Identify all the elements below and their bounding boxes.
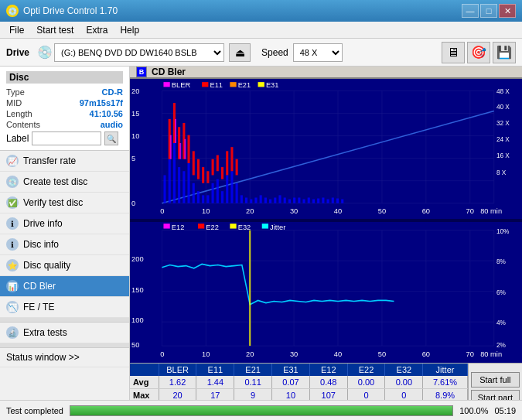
svg-text:48 X: 48 X	[496, 88, 510, 95]
svg-rect-47	[312, 200, 315, 203]
sidebar-item-fe-te[interactable]: 📉 FE / TE	[0, 297, 129, 318]
svg-rect-69	[170, 135, 172, 159]
stats-table: BLER E11 E21 E31 E12 E22 E32 Jitter Avg …	[130, 364, 468, 400]
progress-label: 100.0%	[459, 406, 488, 415]
svg-text:6%: 6%	[496, 289, 506, 296]
sidebar-item-drive-info[interactable]: ℹ Drive info	[0, 213, 129, 234]
svg-text:8 X: 8 X	[496, 169, 507, 176]
stats-container: BLER E11 E21 E31 E12 E22 E32 Jitter Avg …	[130, 364, 522, 400]
svg-rect-34	[250, 200, 252, 203]
menu-help[interactable]: Help	[114, 23, 145, 37]
svg-rect-130	[163, 224, 169, 229]
toolbar-btn-2[interactable]: 🎯	[467, 42, 490, 63]
svg-rect-66	[226, 151, 228, 175]
chart-title-bar: B CD Bler	[130, 67, 522, 79]
maximize-button[interactable]: □	[480, 4, 497, 18]
sidebar-item-disc-info[interactable]: ℹ Disc info	[0, 234, 129, 255]
label-button[interactable]: 🔍	[104, 131, 118, 145]
minimize-button[interactable]: —	[462, 4, 479, 18]
svg-rect-58	[187, 135, 189, 163]
avg-e32: 0.00	[385, 376, 423, 388]
svg-rect-24	[202, 195, 204, 203]
sidebar-item-transfer-rate[interactable]: 📈 Transfer rate	[0, 151, 129, 172]
sidebar-label-verify-test-disc: Verify test disc	[23, 197, 83, 208]
top-chart: 20 15 10 5 0 48 X 40 X 32 X 24 X 16 X 8 …	[130, 79, 522, 219]
menu-start-test[interactable]: Start test	[30, 23, 80, 37]
sidebar-item-disc-quality[interactable]: ⭐ Disc quality	[0, 255, 129, 276]
drive-eject-button[interactable]: ⏏	[229, 43, 251, 62]
sidebar-label-cd-bler: CD Bler	[23, 281, 56, 292]
label-input[interactable]	[32, 131, 101, 145]
header-e22: E22	[348, 364, 386, 376]
speed-select[interactable]: 48 X	[293, 43, 343, 62]
svg-text:4%: 4%	[496, 319, 506, 327]
svg-rect-39	[274, 197, 276, 203]
header-e12: E12	[310, 364, 348, 376]
top-chart-svg: 20 15 10 5 0 48 X 40 X 32 X 24 X 16 X 8 …	[130, 79, 522, 219]
svg-text:16 X: 16 X	[496, 152, 510, 159]
svg-rect-38	[269, 200, 271, 203]
svg-rect-68	[236, 159, 238, 176]
drive-label: Drive	[6, 47, 29, 58]
svg-text:0: 0	[160, 350, 164, 358]
sidebar-item-extra-tests[interactable]: 🔬 Extra tests	[0, 323, 129, 343]
svg-text:E31: E31	[266, 81, 279, 89]
disc-contents-key: Contents	[6, 120, 40, 129]
toolbar-btn-1[interactable]: 🖥	[442, 42, 465, 63]
svg-rect-49	[322, 197, 324, 203]
close-button[interactable]: ✕	[499, 4, 516, 18]
svg-text:BLER: BLER	[172, 81, 191, 89]
header-e21: E21	[234, 364, 272, 376]
disc-section: Disc Type CD-R MID 97m15s17f Length 41:1…	[0, 67, 129, 151]
max-e12: 107	[310, 389, 348, 400]
start-buttons: Start full Start part	[468, 364, 522, 400]
svg-text:150: 150	[131, 285, 144, 294]
svg-rect-90	[202, 82, 208, 87]
svg-rect-67	[230, 147, 233, 171]
y-label-10: 10	[131, 132, 139, 140]
disc-quality-icon: ⭐	[6, 259, 19, 271]
sidebar-label-transfer-rate: Transfer rate	[23, 155, 76, 166]
max-jitter: 8.9%	[423, 389, 468, 400]
max-bler: 20	[159, 389, 197, 400]
bottom-chart: 200 150 100 50 10% 8% 6% 4% 2%	[130, 222, 522, 362]
drive-select[interactable]: (G:) BENQ DVD DD DW1640 BSLB	[54, 43, 224, 62]
sidebar-label-extra-tests: Extra tests	[23, 327, 67, 338]
svg-text:24 X: 24 X	[496, 136, 510, 143]
svg-rect-44	[298, 197, 300, 203]
drive-info-icon: ℹ	[6, 217, 19, 230]
svg-rect-53	[341, 200, 343, 203]
right-panel: B CD Bler	[130, 67, 522, 400]
svg-rect-33	[245, 197, 247, 203]
sidebar-item-verify-test-disc[interactable]: ✅ Verify test disc	[0, 193, 129, 213]
svg-rect-43	[293, 197, 295, 203]
transfer-rate-icon: 📈	[6, 155, 19, 167]
disc-mid-key: MID	[6, 98, 22, 108]
start-part-button[interactable]: Start part	[471, 390, 520, 400]
svg-rect-17	[169, 159, 171, 203]
sidebar-item-create-test-disc[interactable]: 💿 Create test disc	[0, 172, 129, 193]
menu-extra[interactable]: Extra	[80, 23, 114, 37]
svg-text:200: 200	[131, 255, 144, 264]
svg-rect-22	[193, 183, 195, 203]
toolbar-btn-3[interactable]: 💾	[493, 42, 516, 63]
svg-rect-28	[221, 191, 223, 203]
menu-file[interactable]: File	[3, 23, 30, 37]
svg-rect-61	[202, 167, 204, 183]
sidebar-item-status-window[interactable]: Status window >>	[0, 348, 129, 367]
svg-text:E32: E32	[238, 223, 251, 231]
svg-rect-21	[187, 163, 189, 203]
svg-rect-51	[332, 197, 334, 203]
stats-row-avg: Avg 1.62 1.44 0.11 0.07 0.48 0.00 0.00 7…	[130, 376, 468, 389]
sidebar-item-cd-bler[interactable]: 📊 CD Bler	[0, 276, 129, 297]
svg-text:40: 40	[334, 350, 342, 358]
svg-rect-31	[236, 183, 238, 203]
fe-te-icon: 📉	[6, 301, 19, 313]
sidebar-label-drive-info: Drive info	[23, 218, 63, 229]
svg-text:2%: 2%	[496, 342, 506, 350]
disc-label-row: Label 🔍	[6, 131, 123, 145]
svg-rect-88	[163, 82, 169, 87]
start-full-button[interactable]: Start full	[471, 372, 520, 388]
max-label: Max	[130, 389, 159, 400]
svg-rect-46	[308, 197, 310, 203]
